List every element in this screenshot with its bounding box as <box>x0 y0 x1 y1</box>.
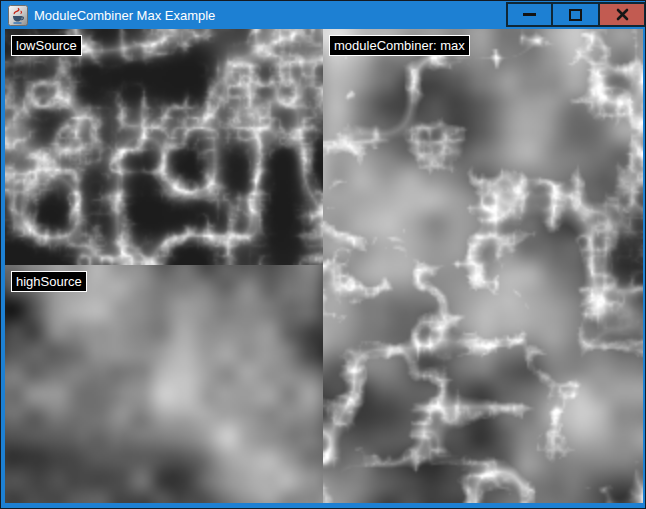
high-source-label: highSource <box>11 271 87 292</box>
close-icon <box>616 8 629 21</box>
minimize-icon <box>523 13 536 16</box>
close-button[interactable] <box>598 2 646 27</box>
panel-low-source: lowSource <box>5 29 323 265</box>
app-window: ModuleCombiner Max Example lowSource hig… <box>0 0 646 509</box>
high-source-texture <box>5 265 323 503</box>
panel-module-combiner: moduleCombiner: max <box>323 29 643 503</box>
panel-high-source: highSource <box>5 265 323 503</box>
titlebar[interactable]: ModuleCombiner Max Example <box>2 2 646 29</box>
low-source-texture <box>5 29 323 265</box>
low-source-label: lowSource <box>11 35 82 56</box>
java-app-icon[interactable] <box>8 5 28 26</box>
module-combiner-label: moduleCombiner: max <box>329 35 470 56</box>
minimize-button[interactable] <box>506 2 553 27</box>
module-combiner-texture <box>323 29 643 503</box>
window-title: ModuleCombiner Max Example <box>34 2 215 29</box>
maximize-icon <box>569 9 582 21</box>
window-controls <box>506 2 646 27</box>
render-area: lowSource highSource moduleCombiner: max <box>5 29 643 503</box>
maximize-button[interactable] <box>551 2 600 27</box>
